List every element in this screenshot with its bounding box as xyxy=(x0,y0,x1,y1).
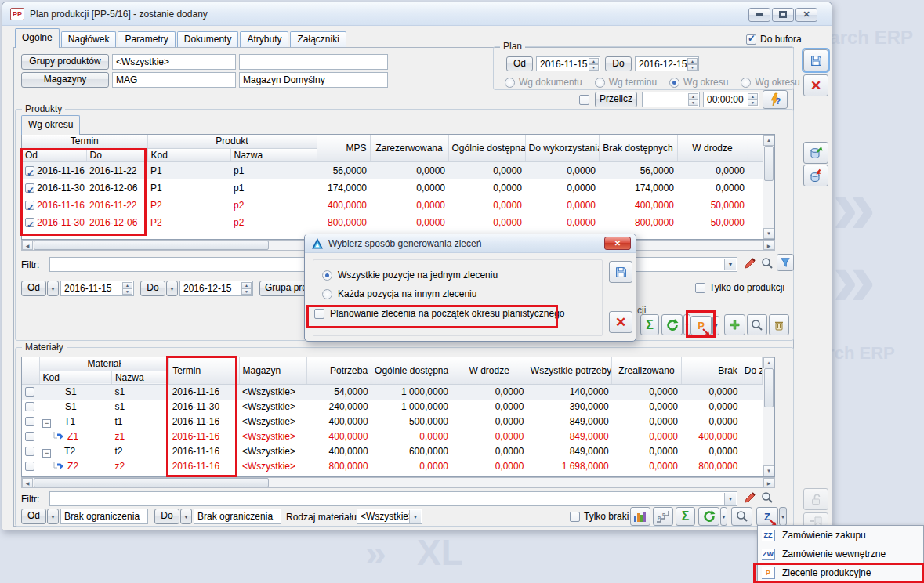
produkty-od-button[interactable]: Od xyxy=(21,281,46,296)
plan-radio-wg-terminu[interactable]: Wg terminu xyxy=(595,77,657,88)
produkty-delete-button[interactable] xyxy=(769,314,789,335)
import-button[interactable] xyxy=(803,165,828,186)
column-header[interactable]: W drodze xyxy=(677,135,748,161)
column-header[interactable]: Materiał xyxy=(39,357,169,371)
materialy-row[interactable]: −T2t22016-11-16<Wszystkie>400,0000600,00… xyxy=(22,444,763,459)
column-header[interactable]: Do xyxy=(86,148,147,161)
materialy-od-button[interactable]: Od xyxy=(21,509,46,524)
produkty-row[interactable]: 2016-11-162016-11-22P1p156,00000,00000,0… xyxy=(22,161,763,179)
materialy-lot-sizing-button[interactable]: PP xyxy=(653,507,673,526)
recalc-time-field[interactable]: 00:00:00 ▲▼ xyxy=(703,92,759,107)
column-header[interactable]: Zarezerwowana xyxy=(370,135,448,161)
column-header[interactable]: Zrealizowano xyxy=(612,357,681,384)
spinner-buttons[interactable]: ▲▼ xyxy=(687,58,698,70)
scroll-left-icon[interactable]: ◀ xyxy=(22,478,33,487)
materialy-do-button[interactable]: Do xyxy=(154,509,179,524)
spinner-buttons[interactable]: ▲▼ xyxy=(241,282,252,295)
column-header[interactable]: Brak dostępnych xyxy=(599,135,677,161)
column-header[interactable]: Magazyn xyxy=(239,357,306,384)
row-checkbox[interactable] xyxy=(25,462,34,471)
spinner-buttons[interactable]: ▲▼ xyxy=(688,93,698,106)
generate-order-dropdown[interactable]: ▼ xyxy=(779,507,787,526)
plan-radio-wg-dokumentu[interactable]: Wg dokumentu xyxy=(505,77,582,88)
column-header[interactable]: Do z xyxy=(741,357,762,384)
row-checkbox[interactable] xyxy=(25,183,34,193)
close-button[interactable]: ✕ xyxy=(795,8,817,22)
dialog-option-2[interactable]: Każda pozycja na innym zleceniu xyxy=(322,284,498,303)
produkty-filter-builder-button[interactable] xyxy=(777,254,794,271)
lock-button[interactable] xyxy=(803,488,828,510)
spinner-buttons[interactable]: ▲▼ xyxy=(122,282,132,295)
materialy-filter-input[interactable]: ▼ xyxy=(49,491,737,506)
plan-do-date[interactable]: 2016-12-15 ▲▼ xyxy=(635,56,699,71)
column-header[interactable]: Brak xyxy=(681,357,741,384)
row-checkbox[interactable] xyxy=(25,201,34,210)
generate-production-order-button[interactable]: P xyxy=(690,316,712,335)
column-header[interactable]: Termin xyxy=(22,135,147,148)
row-checkbox[interactable] xyxy=(25,432,34,441)
chevron-down-icon[interactable]: ▼ xyxy=(724,259,736,270)
scroll-right-icon[interactable]: ▶ xyxy=(763,478,774,487)
generate-production-order-dropdown[interactable]: ▼ xyxy=(712,316,719,335)
produkty-refresh-button[interactable] xyxy=(661,314,683,335)
column-header[interactable] xyxy=(748,135,763,161)
menu-item-zamówienie-wewnętrzne[interactable]: ZWZamówienie wewnętrzne xyxy=(758,545,923,563)
column-header[interactable]: Termin xyxy=(169,357,239,384)
recalculate-button[interactable]: ? xyxy=(763,90,788,109)
scroll-right-icon[interactable]: ▶ xyxy=(763,241,774,250)
produkty-od-dropdown[interactable]: ▼ xyxy=(47,281,59,296)
materialy-row[interactable]: S1s12016-11-30<Wszystkie>240,00001 000,0… xyxy=(22,400,763,415)
column-header[interactable] xyxy=(22,357,39,384)
row-checkbox[interactable] xyxy=(25,417,34,426)
produkty-row[interactable]: 2016-11-302016-12-06P2p2800,00000,00000,… xyxy=(22,214,763,231)
only-shortages-checkbox[interactable]: Tylko braki xyxy=(570,511,629,522)
column-header[interactable]: MPS xyxy=(317,135,370,161)
produkty-preview-button[interactable] xyxy=(747,314,767,335)
tab-parametry[interactable]: Parametry xyxy=(118,31,175,48)
plan-od-date[interactable]: 2016-11-15 ▲▼ xyxy=(536,56,600,71)
cancel-button[interactable]: ✕ xyxy=(803,74,828,96)
row-checkbox[interactable] xyxy=(25,218,34,227)
produkty-group-button[interactable]: Grupa pro xyxy=(259,281,308,296)
tab-atrybuty[interactable]: Atrybuty xyxy=(240,31,288,48)
tab-nagłówek[interactable]: Nagłówek xyxy=(61,31,117,48)
column-header[interactable]: Kod xyxy=(147,148,230,161)
column-header[interactable]: Nazwa xyxy=(230,148,317,161)
product-groups-value[interactable]: <Wszystkie> xyxy=(112,54,236,70)
produkty-do-dropdown[interactable]: ▼ xyxy=(166,281,178,296)
recalc-button[interactable]: Przelicz xyxy=(595,92,637,107)
materialy-edit-filter-button[interactable] xyxy=(742,490,758,505)
menu-item-zlecenie-produkcyjne[interactable]: PZlecenie produkcyjne xyxy=(758,563,923,582)
produkty-add-button[interactable] xyxy=(724,314,745,335)
column-header[interactable]: Nazwa xyxy=(111,371,168,384)
materialy-refresh-button[interactable] xyxy=(698,507,719,526)
materialy-sum-button[interactable]: Σ xyxy=(676,507,695,526)
export-button[interactable] xyxy=(803,142,828,164)
chevron-down-icon[interactable]: ▼ xyxy=(724,493,736,505)
dialog-save-button[interactable] xyxy=(609,261,632,283)
product-groups-button[interactable]: Grupy produktów xyxy=(21,54,109,70)
spinner-buttons[interactable]: ▲▼ xyxy=(589,58,599,70)
scroll-down-icon[interactable]: ▼ xyxy=(763,228,774,239)
recalc-value-field[interactable]: ▲▼ xyxy=(642,92,700,107)
column-header[interactable]: Od xyxy=(22,148,86,161)
maximize-button[interactable] xyxy=(772,8,794,22)
dialog-option-1[interactable]: Wszystkie pozycje na jednym zleceniu xyxy=(322,266,498,284)
materialy-od-dropdown[interactable]: ▼ xyxy=(47,509,59,524)
materialy-row[interactable]: Z2z22016-11-16<Wszystkie>800,00000,00000… xyxy=(22,459,763,474)
produkty-do-button[interactable]: Do xyxy=(140,281,165,296)
column-header[interactable]: Produkt xyxy=(147,135,317,148)
row-checkbox[interactable] xyxy=(25,166,34,176)
column-header[interactable]: Potrzeba xyxy=(306,357,371,384)
materialy-vertical-scrollbar[interactable]: ▲ ▼ xyxy=(763,357,774,476)
save-button[interactable] xyxy=(803,49,828,71)
materialy-od-value-field[interactable]: Brak ograniczenia xyxy=(60,509,148,524)
chevron-down-icon[interactable]: ▼ xyxy=(409,510,421,523)
produkty-od-date[interactable]: 2016-11-15 ▲▼ xyxy=(60,281,134,296)
materialy-filter-search-button[interactable] xyxy=(759,490,775,505)
material-type-combo[interactable]: <Wszystkie> ▼ xyxy=(357,509,422,524)
materialy-row[interactable]: −T1t12016-11-16<Wszystkie>400,0000500,00… xyxy=(22,415,763,429)
tab-dokumenty[interactable]: Dokumenty xyxy=(177,31,239,48)
materialy-row[interactable]: Z1z12016-11-16<Wszystkie>400,00000,00000… xyxy=(22,429,763,444)
recalc-checkbox[interactable] xyxy=(579,95,589,105)
